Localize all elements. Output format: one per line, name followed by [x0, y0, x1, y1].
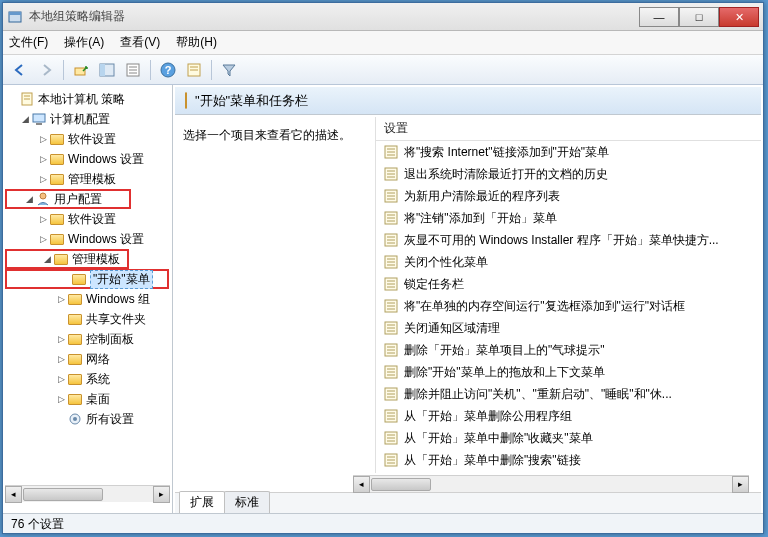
folder-icon — [53, 251, 69, 267]
tree-control-panel[interactable]: ▷ 控制面板 — [3, 329, 172, 349]
settings-icon — [67, 411, 83, 427]
window-title: 本地组策略编辑器 — [29, 8, 639, 25]
setting-item[interactable]: 删除并阻止访问"关机"、"重新启动"、"睡眠"和"休... — [376, 383, 761, 405]
folder-icon — [67, 371, 83, 387]
content-pane: "开始"菜单和任务栏 选择一个项目来查看它的描述。 设置 将"搜索 Intern… — [173, 85, 763, 513]
back-button[interactable] — [9, 59, 31, 81]
menu-action[interactable]: 操作(A) — [64, 34, 104, 51]
properties-button[interactable] — [183, 59, 205, 81]
setting-icon — [384, 431, 398, 445]
tree-desktop[interactable]: ▷ 桌面 — [3, 389, 172, 409]
scroll-thumb[interactable] — [371, 478, 431, 491]
tree-root[interactable]: 本地计算机 策略 — [3, 89, 172, 109]
filter-button[interactable] — [218, 59, 240, 81]
setting-icon — [384, 189, 398, 203]
tab-extended[interactable]: 扩展 — [179, 491, 225, 513]
caret-collapsed-icon[interactable]: ▷ — [37, 134, 49, 144]
setting-item[interactable]: 灰显不可用的 Windows Installer 程序「开始」菜单快捷方... — [376, 229, 761, 251]
menu-view[interactable]: 查看(V) — [120, 34, 160, 51]
forward-button[interactable] — [35, 59, 57, 81]
setting-item[interactable]: 关闭个性化菜单 — [376, 251, 761, 273]
tree-label: Windows 设置 — [68, 151, 144, 168]
setting-item[interactable]: 锁定任务栏 — [376, 273, 761, 295]
statusbar: 76 个设置 — [3, 513, 763, 533]
tree-label: 共享文件夹 — [86, 311, 146, 328]
setting-item[interactable]: 将"在单独的内存空间运行"复选框添加到"运行"对话框 — [376, 295, 761, 317]
caret-collapsed-icon[interactable]: ▷ — [55, 374, 67, 384]
content-header: "开始"菜单和任务栏 — [175, 87, 761, 115]
tree-windows-settings[interactable]: ▷ Windows 设置 — [3, 149, 172, 169]
caret-collapsed-icon[interactable]: ▷ — [55, 394, 67, 404]
tree-horizontal-scrollbar[interactable]: ◂ ▸ — [5, 485, 170, 502]
tree-windows-components[interactable]: ▷ Windows 组 — [3, 289, 172, 309]
setting-item[interactable]: 退出系统时清除最近打开的文档的历史 — [376, 163, 761, 185]
tree-admin-templates[interactable]: ▷ 管理模板 — [3, 169, 172, 189]
show-hide-tree-button[interactable] — [96, 59, 118, 81]
setting-item[interactable]: 将"搜索 Internet"链接添加到"开始"菜单 — [376, 141, 761, 163]
caret-collapsed-icon[interactable]: ▷ — [55, 354, 67, 364]
close-button[interactable]: ✕ — [719, 7, 759, 27]
computer-icon — [31, 111, 47, 127]
up-button[interactable] — [70, 59, 92, 81]
column-header-settings[interactable]: 设置 — [376, 117, 761, 141]
setting-item[interactable]: 从「开始」菜单删除公用程序组 — [376, 405, 761, 427]
setting-item[interactable]: 为新用户清除最近的程序列表 — [376, 185, 761, 207]
caret-collapsed-icon[interactable]: ▷ — [55, 294, 67, 304]
tree-label: "开始"菜单 — [90, 270, 153, 289]
toolbar-separator — [150, 60, 151, 80]
setting-label: 将"搜索 Internet"链接添加到"开始"菜单 — [404, 144, 609, 161]
scroll-left-button[interactable]: ◂ — [353, 476, 370, 493]
tree-windows-settings[interactable]: ▷ Windows 设置 — [3, 229, 172, 249]
setting-label: 退出系统时清除最近打开的文档的历史 — [404, 166, 608, 183]
tree-network[interactable]: ▷ 网络 — [3, 349, 172, 369]
setting-item[interactable]: 将"注销"添加到「开始」菜单 — [376, 207, 761, 229]
tree-label: 系统 — [86, 371, 110, 388]
svg-text:?: ? — [165, 64, 172, 76]
menu-help[interactable]: 帮助(H) — [176, 34, 217, 51]
svg-rect-17 — [33, 114, 45, 122]
tree-admin-templates[interactable]: ◢ 管理模板 — [5, 249, 129, 269]
caret-expanded-icon[interactable]: ◢ — [41, 254, 53, 264]
menu-file[interactable]: 文件(F) — [9, 34, 48, 51]
scroll-right-button[interactable]: ▸ — [732, 476, 749, 493]
setting-item[interactable]: 从「开始」菜单中删除"收藏夹"菜单 — [376, 427, 761, 449]
setting-item[interactable]: 删除"开始"菜单上的拖放和上下文菜单 — [376, 361, 761, 383]
tree-label: 管理模板 — [72, 251, 120, 268]
settings-list[interactable]: 将"搜索 Internet"链接添加到"开始"菜单退出系统时清除最近打开的文档的… — [376, 141, 761, 473]
scroll-right-button[interactable]: ▸ — [153, 486, 170, 503]
caret-expanded-icon[interactable]: ◢ — [23, 194, 35, 204]
maximize-button[interactable]: □ — [679, 7, 719, 27]
tree-shared-folders[interactable]: 共享文件夹 — [3, 309, 172, 329]
list-horizontal-scrollbar[interactable]: ◂ ▸ — [353, 475, 749, 492]
folder-icon — [67, 331, 83, 347]
tree-software-settings[interactable]: ▷ 软件设置 — [3, 209, 172, 229]
setting-item[interactable]: 删除「开始」菜单项目上的"气球提示" — [376, 339, 761, 361]
caret-collapsed-icon[interactable]: ▷ — [37, 234, 49, 244]
help-button[interactable]: ? — [157, 59, 179, 81]
caret-expanded-icon[interactable]: ◢ — [19, 114, 31, 124]
export-list-button[interactable] — [122, 59, 144, 81]
tree-pane[interactable]: 本地计算机 策略 ◢ 计算机配置 ▷ 软件设置 ▷ Windows 设置 ▷ 管… — [3, 85, 173, 513]
caret-collapsed-icon[interactable]: ▷ — [37, 154, 49, 164]
tree-software-settings[interactable]: ▷ 软件设置 — [3, 129, 172, 149]
tab-standard[interactable]: 标准 — [224, 491, 270, 513]
caret-collapsed-icon[interactable]: ▷ — [37, 214, 49, 224]
scroll-thumb[interactable] — [23, 488, 103, 501]
folder-icon — [49, 231, 65, 247]
tree-system[interactable]: ▷ 系统 — [3, 369, 172, 389]
caret-collapsed-icon[interactable]: ▷ — [55, 334, 67, 344]
folder-icon — [67, 291, 83, 307]
tree-user-config[interactable]: ◢ 用户配置 — [5, 189, 131, 209]
tree-computer-config[interactable]: ◢ 计算机配置 — [3, 109, 172, 129]
setting-item[interactable]: 从「开始」菜单中删除"搜索"链接 — [376, 449, 761, 471]
setting-item[interactable]: 关闭通知区域清理 — [376, 317, 761, 339]
scroll-left-button[interactable]: ◂ — [5, 486, 22, 503]
tree-all-settings[interactable]: 所有设置 — [3, 409, 172, 429]
tree-start-menu[interactable]: "开始"菜单 — [5, 269, 169, 289]
caret-collapsed-icon[interactable]: ▷ — [37, 174, 49, 184]
folder-icon — [49, 131, 65, 147]
svg-rect-1 — [9, 12, 21, 15]
folder-icon — [185, 93, 187, 108]
minimize-button[interactable]: — — [639, 7, 679, 27]
folder-icon — [67, 351, 83, 367]
